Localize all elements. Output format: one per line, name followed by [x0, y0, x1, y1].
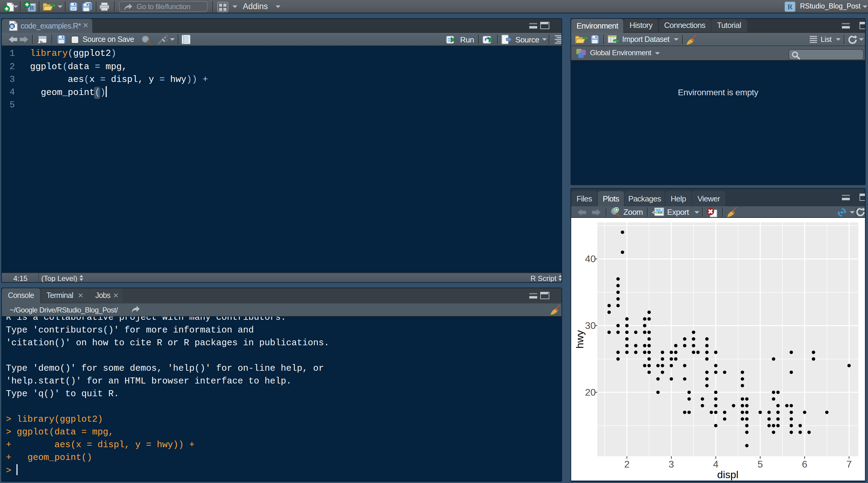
svg-text:20: 20: [585, 387, 596, 398]
svg-text:R: R: [30, 4, 34, 11]
svg-text:40: 40: [585, 253, 596, 264]
svg-text:30: 30: [585, 320, 596, 331]
svg-text:R: R: [10, 24, 14, 29]
svg-text:hwy: hwy: [574, 330, 585, 348]
svg-text:R: R: [787, 3, 793, 11]
svg-text:2: 2: [624, 459, 630, 470]
svg-text:4: 4: [713, 459, 719, 470]
svg-text:3: 3: [669, 459, 674, 470]
svg-text:5: 5: [757, 459, 763, 470]
svg-text:7: 7: [846, 459, 852, 470]
svg-text:displ: displ: [717, 469, 738, 480]
svg-text:6: 6: [802, 459, 807, 470]
